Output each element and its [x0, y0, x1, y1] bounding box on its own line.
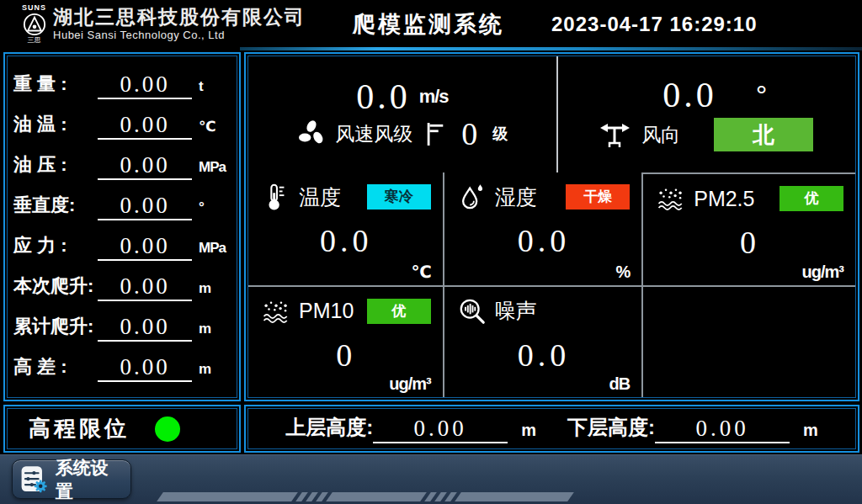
measure-label: 应 力 :: [13, 233, 98, 261]
wind-speed-label: 风速风级: [335, 121, 412, 147]
measure-value: 0.00: [98, 354, 192, 382]
sensor-value: 0.0: [262, 225, 431, 257]
measure-unit: MPa: [199, 240, 231, 261]
sensor-value: 0.0: [458, 339, 630, 371]
measure-row-oil-temp: 油 温 : 0.00 ℃: [13, 112, 231, 140]
sensor-unit: ℃: [412, 262, 431, 282]
measure-value: 0.00: [98, 273, 192, 301]
sensor-label: 噪声: [495, 297, 537, 325]
measure-label: 重 量 :: [13, 72, 98, 99]
droplet-icon: [458, 183, 487, 211]
measure-label: 油 温 :: [13, 112, 98, 140]
lower-height-value: 0.00: [655, 416, 790, 443]
sansi-logo-icon: [23, 13, 46, 36]
measure-unit: ℃: [199, 118, 231, 140]
upper-height-label: 上层高度:: [285, 414, 373, 443]
sensor-unit: ug/m³: [389, 374, 430, 394]
wind-section: 0.0 m/s 风速风级: [248, 56, 855, 172]
measure-label: 油 压 :: [13, 152, 98, 180]
measure-unit: m: [199, 361, 231, 382]
pm10-status-badge: 优: [367, 299, 431, 324]
noise-meter-icon: [458, 297, 487, 326]
lower-height-label: 下层高度:: [567, 414, 655, 443]
upper-height-group: 上层高度: 0.00 m: [285, 414, 536, 443]
sensor-cell-noise: 噪声 0.0 dB: [443, 285, 641, 398]
measure-unit: °: [199, 199, 231, 220]
measure-label: 本次爬升:: [13, 273, 98, 301]
particles-icon: [262, 297, 290, 326]
sensor-label: 温度: [299, 183, 341, 211]
measure-unit: t: [199, 78, 231, 99]
sensor-label: PM10: [299, 299, 354, 323]
pm25-status-badge: 优: [780, 186, 843, 211]
measure-row-weight: 重 量 : 0.00 t: [13, 72, 231, 99]
sensor-unit: %: [615, 263, 630, 282]
company-name: 湖北三思科技股份有限公司 Hubei Sansi Technology Co.,…: [53, 7, 306, 41]
measure-row-height-difference: 高 差 : 0.00 m: [13, 354, 231, 382]
wind-level-unit: 级: [492, 124, 508, 144]
wind-speed-value: 0.0: [356, 79, 411, 114]
page-title: 爬模监测系统: [353, 9, 504, 40]
company-name-cn: 湖北三思科技股份有限公司: [53, 7, 306, 28]
system-settings-button[interactable]: 系统设置: [12, 459, 131, 499]
wind-direction-label: 风向: [641, 122, 680, 148]
measure-row-stress: 应 力 : 0.00 MPa: [13, 233, 231, 261]
footer-decoration-stripes: [160, 492, 571, 501]
header: SUNS 三思 湖北三思科技股份有限公司 Hubei Sansi Technol…: [0, 0, 862, 48]
measure-label: 累计爬升:: [13, 314, 98, 342]
particles-icon: [657, 184, 685, 213]
sensor-value: 0: [657, 226, 843, 258]
upper-height-value: 0.00: [373, 416, 508, 443]
wind-direction-unit: °: [756, 87, 768, 103]
measure-value: 0.00: [98, 233, 192, 261]
thermometer-icon: [262, 183, 290, 211]
measure-value: 0.00: [98, 112, 192, 140]
measure-unit: m: [199, 280, 231, 301]
measure-value: 0.00: [98, 152, 192, 180]
logo-top-text: SUNS: [22, 4, 46, 12]
measure-unit: MPa: [199, 159, 231, 180]
lower-height-group: 下层高度: 0.00 m: [567, 414, 818, 443]
climbing-formwork-monitor-screen: SUNS 三思 湖北三思科技股份有限公司 Hubei Sansi Technol…: [0, 0, 862, 504]
sensor-value: 0.0: [458, 225, 630, 257]
wind-direction-value: 0.0: [662, 77, 717, 113]
sensor-cell-pm25: PM2.5 优 0 ug/m³: [641, 172, 855, 285]
wind-vane-icon: [599, 120, 633, 149]
footer-bar: 系统设置: [0, 454, 862, 504]
company-logo: SUNS 三思: [22, 4, 46, 44]
sensor-cell-humidity: 湿度 干燥 0.0 %: [443, 172, 641, 285]
measure-label: 垂直度:: [13, 193, 98, 220]
wind-direction-badge: 北: [714, 118, 813, 151]
wind-level-icon: [424, 119, 446, 148]
settings-sliders-gear-icon: [19, 464, 49, 496]
layer-height-box: 上层高度: 0.00 m 下层高度: 0.00 m: [244, 405, 859, 453]
sensor-unit: ug/m³: [802, 263, 843, 282]
measurement-panel: 重 量 : 0.00 t 油 温 : 0.00 ℃ 油 压 : 0.00 MPa…: [3, 52, 241, 401]
measure-unit: m: [199, 321, 231, 342]
measure-row-verticality: 垂直度: 0.00 °: [13, 193, 231, 220]
datetime-display: 2023-04-17 16:29:10: [551, 13, 758, 36]
sensor-grid: 温度 寒冷 0.0 ℃ 湿度 干燥 0.0 %: [248, 172, 855, 397]
elevation-limit-label: 高程限位: [29, 414, 130, 443]
sensor-label: PM2.5: [694, 187, 754, 211]
measure-row-oil-pressure: 油 压 : 0.00 MPa: [13, 152, 231, 180]
company-name-en: Hubei Sansi Technology Co., Ltd: [53, 29, 306, 41]
wind-speed-section: 0.0 m/s 风速风级: [248, 56, 558, 172]
logo-bottom-text: 三思: [28, 37, 41, 44]
upper-height-unit: m: [521, 421, 536, 443]
sensor-label: 湿度: [495, 183, 537, 211]
elevation-limit-indicator: [155, 416, 180, 442]
measure-row-total-climb: 累计爬升: 0.00 m: [13, 314, 231, 342]
environment-panel: 0.0 m/s 风速风级: [244, 52, 859, 401]
sensor-value: 0: [262, 339, 431, 371]
temperature-status-badge: 寒冷: [367, 184, 431, 210]
sensor-unit: dB: [609, 374, 631, 394]
measure-label: 高 差 :: [13, 354, 98, 382]
wind-direction-section: 0.0 ° 风向 北: [558, 56, 855, 172]
header-divider-line: [240, 47, 862, 50]
fan-icon: [296, 119, 327, 149]
sensor-cell-pm10: PM10 优 0 ug/m³: [248, 285, 443, 398]
wind-speed-unit: m/s: [419, 86, 449, 108]
lower-height-unit: m: [803, 421, 818, 443]
wind-level-value: 0: [461, 118, 477, 150]
